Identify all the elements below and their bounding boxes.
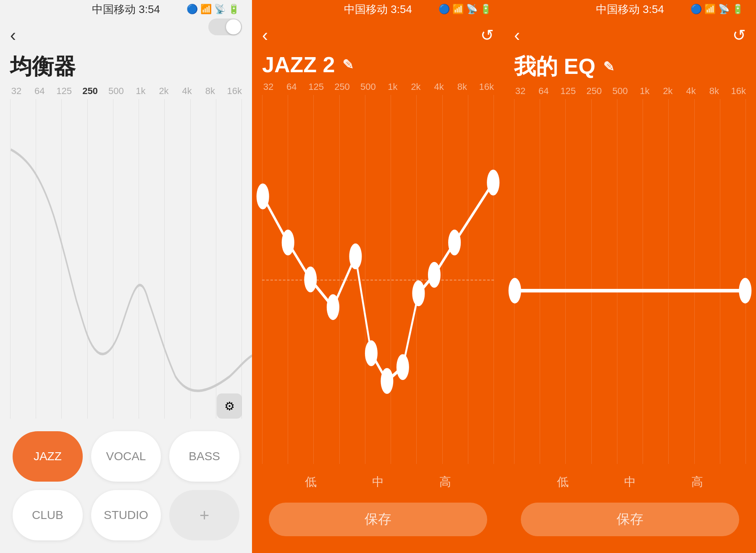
- svg-point-14: [739, 278, 751, 304]
- status-time-1: 中国移动 3:54: [92, 2, 160, 17]
- freq-1k-3: 1k: [638, 86, 651, 97]
- freq-2k-3: 2k: [662, 86, 674, 97]
- freq-labels-3: 32 64 125 250 500 1k 2k 4k 8k 16k: [504, 86, 756, 97]
- preset-club[interactable]: CLUB: [13, 490, 83, 540]
- range-mid-3: 中: [624, 474, 636, 490]
- wifi-icon-3: 📶: [704, 4, 716, 15]
- bluetooth-icon-3: 🔵: [690, 4, 702, 15]
- reset-button-2[interactable]: ↺: [480, 26, 494, 45]
- preset-add[interactable]: +: [169, 490, 239, 540]
- freq-125-2: 125: [308, 81, 324, 92]
- status-icons-1: 🔵 📶 📡 🔋: [186, 4, 239, 15]
- title-text-3: 我的 EQ: [514, 52, 596, 81]
- signal-icon-3: 📡: [718, 4, 730, 15]
- gear-icon: ⚙: [224, 399, 235, 413]
- freq-250-3: 250: [586, 86, 602, 97]
- bluetooth-icon: 🔵: [186, 4, 198, 15]
- svg-point-2: [304, 267, 317, 293]
- svg-point-1: [282, 230, 294, 256]
- range-labels-3: 低 中 高: [504, 468, 756, 498]
- battery-icon-3: 🔋: [732, 4, 743, 15]
- save-button-2[interactable]: 保存: [269, 503, 487, 536]
- svg-point-11: [487, 170, 499, 196]
- wifi-icon: 📶: [200, 4, 212, 15]
- freq-32-3: 32: [514, 86, 527, 97]
- freq-64-1: 64: [33, 86, 46, 97]
- freq-16k-2: 16k: [479, 81, 494, 92]
- toggle-knob: [226, 19, 241, 34]
- range-labels-2: 低 中 高: [252, 468, 504, 498]
- svg-point-0: [257, 183, 269, 210]
- svg-point-5: [365, 341, 378, 367]
- battery-icon: 🔋: [228, 4, 239, 15]
- save-btn-wrap-2: 保存: [252, 498, 504, 553]
- freq-8k-3: 8k: [708, 86, 720, 97]
- freq-4k-2: 4k: [433, 81, 445, 92]
- status-icons-3: 🔵 📶 📡 🔋: [690, 4, 743, 15]
- eq-chart-3[interactable]: [504, 99, 756, 464]
- range-high-2: 高: [439, 474, 451, 490]
- save-button-3[interactable]: 保存: [521, 503, 739, 536]
- svg-point-9: [428, 262, 441, 288]
- status-bar-1: 中国移动 3:54 🔵 📶 📡 🔋: [0, 0, 252, 18]
- preset-studio[interactable]: STUDIO: [91, 490, 161, 540]
- freq-125-1: 125: [56, 86, 72, 97]
- back-button-2[interactable]: ‹: [262, 26, 268, 44]
- freq-500-3: 500: [612, 86, 628, 97]
- freq-32-2: 32: [262, 81, 275, 92]
- eq-chart-2[interactable]: [252, 95, 504, 464]
- equalizer-toggle[interactable]: [208, 18, 242, 35]
- signal-icon: 📡: [214, 4, 226, 15]
- status-time-2: 中国移动 3:54: [344, 2, 412, 17]
- svg-point-4: [349, 244, 362, 270]
- title-text-1: 均衡器: [10, 52, 76, 81]
- freq-500-2: 500: [360, 81, 376, 92]
- signal-icon-2: 📡: [466, 4, 478, 15]
- freq-4k-3: 4k: [685, 86, 697, 97]
- eq-curve-1: [0, 99, 252, 419]
- preset-jazz[interactable]: JAZZ: [13, 431, 83, 482]
- save-btn-wrap-3: 保存: [504, 498, 756, 553]
- page-title-1: 均衡器: [0, 52, 252, 86]
- page-title-3: 我的 EQ ✎: [504, 52, 756, 86]
- page-title-2: JAZZ 2 ✎: [252, 52, 504, 81]
- edit-icon-2[interactable]: ✎: [342, 57, 354, 73]
- svg-point-6: [381, 368, 393, 394]
- freq-1k-1: 1k: [134, 86, 147, 97]
- preset-bass[interactable]: BASS: [169, 431, 239, 482]
- freq-16k-3: 16k: [731, 86, 746, 97]
- reset-button-3[interactable]: ↺: [732, 26, 746, 45]
- toggle-wrap: [208, 18, 242, 35]
- range-low-2: 低: [305, 474, 317, 490]
- freq-125-3: 125: [560, 86, 576, 97]
- svg-point-8: [412, 280, 425, 307]
- freq-64-3: 64: [537, 86, 550, 97]
- edit-icon-3[interactable]: ✎: [603, 59, 614, 75]
- panel-equalizer: 中国移动 3:54 🔵 📶 📡 🔋 ‹ 均衡器 32 64 125 250 50…: [0, 0, 252, 553]
- freq-labels-2: 32 64 125 250 500 1k 2k 4k 8k 16k: [252, 81, 504, 92]
- status-icons-2: 🔵 📶 📡 🔋: [438, 4, 491, 15]
- eq-curve-2: [252, 95, 504, 464]
- svg-point-3: [327, 294, 339, 320]
- panel-jazz2: 中国移动 3:54 🔵 📶 📡 🔋 ‹ ↺ JAZZ 2 ✎ 32 64 125…: [252, 0, 504, 553]
- svg-point-13: [509, 278, 521, 304]
- preset-grid: JAZZ VOCAL BASS CLUB STUDIO +: [0, 423, 252, 553]
- freq-2k-1: 2k: [158, 86, 170, 97]
- back-button-3[interactable]: ‹: [514, 26, 520, 44]
- freq-16k-1: 16k: [227, 86, 242, 97]
- nav-bar-1: ‹: [0, 18, 252, 52]
- wifi-icon-2: 📶: [452, 4, 464, 15]
- status-bar-3: 中国移动 3:54 🔵 📶 📡 🔋: [504, 0, 756, 18]
- freq-labels-1: 32 64 125 250 500 1k 2k 4k 8k 16k: [0, 86, 252, 97]
- eq-chart-1[interactable]: ⚙: [0, 99, 252, 419]
- freq-8k-2: 8k: [456, 81, 468, 92]
- back-button-1[interactable]: ‹: [10, 26, 16, 44]
- nav-bar-3: ‹ ↺: [504, 18, 756, 52]
- freq-4k-1: 4k: [181, 86, 193, 97]
- eq-curve-3: [504, 99, 756, 464]
- nav-bar-2: ‹ ↺: [252, 18, 504, 52]
- svg-point-7: [396, 354, 409, 380]
- settings-button[interactable]: ⚙: [217, 393, 242, 419]
- panel-myeq: 中国移动 3:54 🔵 📶 📡 🔋 ‹ ↺ 我的 EQ ✎ 32 64 125 …: [504, 0, 756, 553]
- preset-vocal[interactable]: VOCAL: [91, 431, 161, 482]
